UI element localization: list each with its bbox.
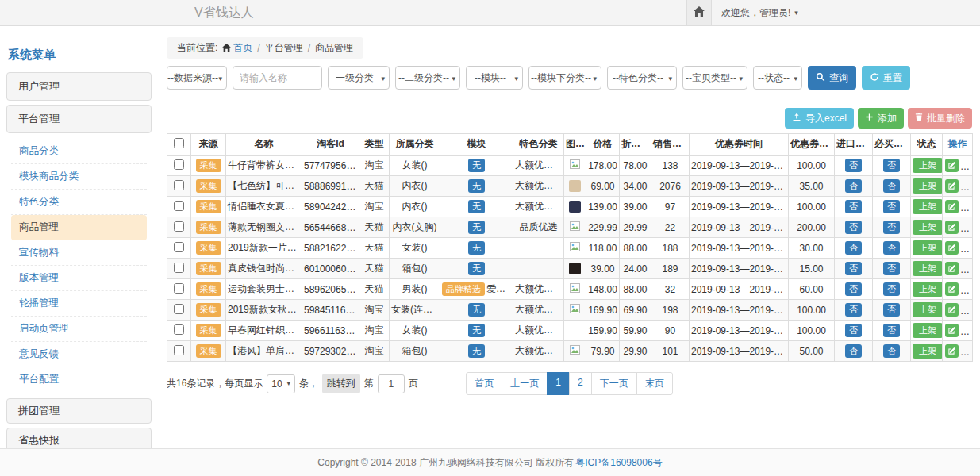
reset-button[interactable]: 重置 [862,66,910,90]
module-badge[interactable]: 无 [468,324,485,337]
status-badge[interactable]: 上架 [913,178,943,194]
edit-button[interactable] [945,303,959,317]
per-page-select[interactable]: 10 ▾ [267,374,294,393]
must-buy-badge[interactable]: 否 [883,262,900,275]
module-subcategory-select[interactable]: --模块下分类--▾ [528,66,601,90]
row-checkbox[interactable] [174,283,184,294]
module-badge[interactable]: 无 [468,303,485,317]
row-checkbox[interactable] [174,304,184,314]
edit-button[interactable] [945,200,959,213]
sidebar-section-user-mgmt[interactable]: 用户管理 [6,72,152,101]
sidebar-item-version-mgmt[interactable]: 版本管理 [11,266,147,291]
row-checkbox[interactable] [174,159,184,170]
status-badge[interactable]: 上架 [913,240,943,255]
edit-button[interactable] [945,324,959,337]
module-badge[interactable]: 无 [468,262,485,275]
edit-button[interactable] [945,241,959,255]
page-last[interactable]: 末页 [636,372,673,395]
import-optional-badge[interactable]: 否 [845,303,862,317]
module-badge[interactable]: 无 [468,159,485,172]
must-buy-badge[interactable]: 否 [883,344,900,358]
status-select[interactable]: --状态--▾ [753,66,802,90]
page-2[interactable]: 2 [569,372,592,395]
import-optional-badge[interactable]: 否 [845,241,862,255]
edit-button[interactable] [945,262,959,275]
sidebar-item-feedback[interactable]: 意见反馈 [11,342,147,367]
jump-page-input[interactable] [378,374,405,393]
batch-delete-button[interactable]: 批量删除 [908,108,972,129]
status-badge[interactable]: 上架 [913,220,943,235]
import-optional-badge[interactable]: 否 [845,282,862,296]
import-optional-badge[interactable]: 否 [845,159,862,172]
level1-category-select[interactable]: 一级分类▾ [328,66,390,90]
edit-button[interactable] [945,179,959,193]
page-first[interactable]: 首页 [466,372,502,395]
import-optional-badge[interactable]: 否 [845,344,862,358]
must-buy-badge[interactable]: 否 [883,159,900,172]
sidebar-section-groupbuy[interactable]: 拼团管理 [6,398,152,424]
edit-button[interactable] [945,282,959,296]
level2-category-select[interactable]: --二级分类--▾ [395,66,460,90]
status-badge[interactable]: 上架 [913,261,943,276]
must-buy-badge[interactable]: 否 [883,282,900,296]
row-checkbox[interactable] [174,242,184,252]
status-badge[interactable]: 上架 [913,323,943,338]
page-next[interactable]: 下一页 [591,372,637,395]
status-badge[interactable]: 上架 [913,344,943,359]
row-checkbox[interactable] [174,201,184,211]
sidebar-item-promo-material[interactable]: 宣传物料 [11,240,147,266]
select-all-checkbox[interactable] [174,138,184,148]
status-badge[interactable]: 上架 [913,302,943,317]
row-checkbox[interactable] [174,180,184,190]
source-filter-select[interactable]: --数据来源--▾ [167,66,227,90]
sidebar-item-carousel-mgmt[interactable]: 轮播管理 [11,291,147,317]
breadcrumb-home-link[interactable]: 首页 [222,41,252,55]
module-badge[interactable]: 无 [468,179,485,193]
sidebar-item-splash-mgmt[interactable]: 启动页管理 [11,317,147,342]
search-button[interactable]: 查询 [808,66,856,90]
home-button[interactable] [686,0,712,25]
icp-link[interactable]: 粤ICP备16098006号 [575,456,662,470]
sidebar-item-platform-config[interactable]: 平台配置 [11,367,147,392]
name-search-input[interactable] [233,66,322,90]
row-checkbox[interactable] [174,221,184,232]
item-type-select[interactable]: --宝贝类型--▾ [682,66,747,90]
sidebar-section-platform-mgmt[interactable]: 平台管理 [6,105,152,133]
must-buy-badge[interactable]: 否 [883,179,900,193]
edit-button[interactable] [945,344,959,358]
row-checkbox[interactable] [174,263,184,273]
row-checkbox[interactable] [174,324,184,335]
page-1[interactable]: 1 [547,372,570,395]
module-badge[interactable]: 品牌精选 [442,282,485,296]
module-badge[interactable]: 无 [468,221,485,234]
import-optional-badge[interactable]: 否 [845,262,862,275]
import-excel-button[interactable]: 导入excel [785,108,854,129]
module-select[interactable]: --模块--▾ [466,66,523,90]
page-prev[interactable]: 上一页 [502,372,548,395]
edit-button[interactable] [945,221,959,234]
must-buy-badge[interactable]: 否 [883,221,900,234]
import-optional-badge[interactable]: 否 [845,324,862,337]
sidebar-item-module-product-category[interactable]: 模块商品分类 [11,164,147,190]
status-badge[interactable]: 上架 [913,158,943,173]
module-badge[interactable]: 无 [468,344,485,358]
jump-button[interactable]: 跳转到 [322,374,360,393]
sidebar-item-product-mgmt[interactable]: 商品管理 [11,215,147,240]
edit-button[interactable] [945,159,959,172]
row-checkbox[interactable] [174,345,184,355]
module-badge[interactable]: 无 [468,200,485,213]
module-badge[interactable]: 无 [468,241,485,255]
user-menu[interactable]: 欢迎您，管理员! ▾ [721,6,798,20]
must-buy-badge[interactable]: 否 [883,241,900,255]
sidebar-item-product-category[interactable]: 商品分类 [11,139,147,164]
import-optional-badge[interactable]: 否 [845,221,862,234]
add-button[interactable]: 添加 [858,108,904,129]
import-optional-badge[interactable]: 否 [845,200,862,213]
sidebar-item-feature-category[interactable]: 特色分类 [11,190,147,215]
must-buy-badge[interactable]: 否 [883,200,900,213]
status-badge[interactable]: 上架 [913,282,943,297]
must-buy-badge[interactable]: 否 [883,324,900,337]
feature-category-select[interactable]: --特色分类--▾ [607,66,677,90]
import-optional-badge[interactable]: 否 [845,179,862,193]
status-badge[interactable]: 上架 [913,199,943,214]
